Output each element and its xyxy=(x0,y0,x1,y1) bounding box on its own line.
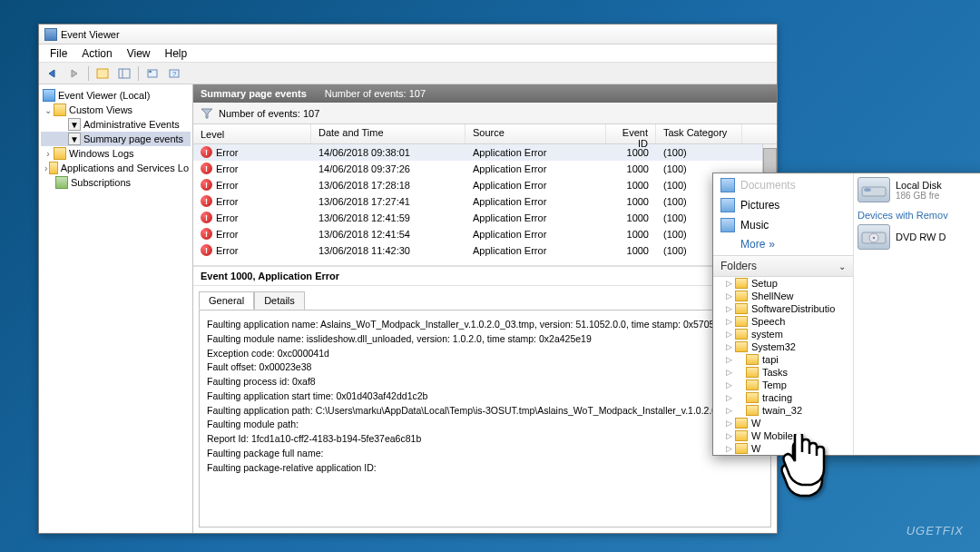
cell-task: (100) xyxy=(656,146,742,159)
tree-summary-events[interactable]: ▼ Summary page events xyxy=(41,132,191,146)
tree-subscriptions[interactable]: Subscriptions xyxy=(41,175,191,190)
nav-more[interactable]: More » xyxy=(713,235,853,253)
explorer-content[interactable]: Local Disk 186 GB fre Devices with Remov… xyxy=(854,173,980,455)
table-row[interactable]: !Error 13/06/2018 12:41:59 Application E… xyxy=(193,210,777,226)
folder-item[interactable]: ▷system xyxy=(713,328,853,340)
show-hide-button[interactable] xyxy=(93,64,113,83)
tree-admin-events[interactable]: ▼ Administrative Events xyxy=(41,117,191,132)
table-body[interactable]: !Error 14/06/2018 09:38:01 Application E… xyxy=(193,144,777,265)
back-button[interactable] xyxy=(43,64,63,83)
folder-item[interactable]: ▷Tasks xyxy=(713,366,853,379)
col-eventid[interactable]: Event ID xyxy=(606,124,656,143)
collapse-icon[interactable]: ⌄ xyxy=(43,105,54,115)
tab-general[interactable]: General xyxy=(199,291,254,310)
folder-item[interactable]: ▷tapi xyxy=(713,353,853,366)
table-row[interactable]: !Error 13/06/2018 12:41:54 Application E… xyxy=(193,226,777,242)
folder-item[interactable]: ▷System32 xyxy=(713,340,853,353)
tree-label: Applications and Services Lo xyxy=(61,163,189,173)
drive-label: DVD RW D xyxy=(896,232,946,242)
detail-line: Faulting package-relative application ID… xyxy=(207,461,763,476)
expand-icon[interactable]: ▷ xyxy=(726,444,735,453)
tree-pane[interactable]: Event Viewer (Local) ⌄ Custom Views ▼ Ad… xyxy=(39,84,193,533)
dvd-drive[interactable]: DVD RW D xyxy=(858,224,980,250)
tab-details[interactable]: Details xyxy=(254,291,305,310)
expand-icon[interactable]: ▷ xyxy=(726,431,735,440)
tree-windows-logs[interactable]: › Windows Logs xyxy=(41,146,191,161)
table-row[interactable]: !Error 13/06/2018 17:28:18 Application E… xyxy=(193,177,777,193)
table-row[interactable]: !Error 13/06/2018 17:27:41 Application E… xyxy=(193,193,777,210)
error-icon: ! xyxy=(201,212,212,223)
title-bar[interactable]: Event Viewer xyxy=(39,25,777,44)
tree-root[interactable]: Event Viewer (Local) xyxy=(41,88,191,103)
filter-row: Number of events: 107 xyxy=(193,103,777,124)
svg-text:?: ? xyxy=(172,70,177,78)
local-disk[interactable]: Local Disk 186 GB fre xyxy=(858,177,980,202)
expand-icon[interactable]: ▷ xyxy=(726,304,735,313)
folder-item[interactable]: ▷Temp xyxy=(713,379,853,391)
col-level[interactable]: Level xyxy=(193,124,311,143)
folders-list[interactable]: ▷Setup▷ShellNew▷SoftwareDistributio▷Spee… xyxy=(713,277,853,455)
expand-icon[interactable]: ▷ xyxy=(726,355,735,364)
details-pane: Event 1000, Application Error General De… xyxy=(193,265,777,533)
col-date[interactable]: Date and Time xyxy=(311,124,466,143)
detail-line: Exception code: 0xc000041d xyxy=(207,347,763,361)
nav-pictures[interactable]: Pictures xyxy=(713,195,853,215)
table-row[interactable]: !Error 13/06/2018 11:42:30 Application E… xyxy=(193,242,777,259)
forward-button[interactable] xyxy=(64,64,84,83)
tree-app-services[interactable]: › Applications and Services Lo xyxy=(41,161,191,175)
col-source[interactable]: Source xyxy=(466,124,606,143)
folder-item[interactable]: ▷tracing xyxy=(713,391,853,404)
expand-icon[interactable]: ▷ xyxy=(726,279,735,288)
right-pane: Summary page events Number of events: 10… xyxy=(193,84,777,533)
filter-icon: ▼ xyxy=(68,133,81,145)
folder-icon xyxy=(735,291,748,301)
expand-icon[interactable]: ▷ xyxy=(726,330,735,339)
folder-icon xyxy=(746,392,759,403)
menu-file[interactable]: File xyxy=(43,45,74,62)
help-button[interactable]: ? xyxy=(164,64,184,83)
panel-button[interactable] xyxy=(114,64,134,83)
cell-source: Application Error xyxy=(466,228,606,241)
menu-help[interactable]: Help xyxy=(158,45,195,62)
nav-music[interactable]: Music xyxy=(713,215,853,235)
expand-icon[interactable]: ▷ xyxy=(726,406,735,415)
tree-custom-views[interactable]: ⌄ Custom Views xyxy=(41,103,191,117)
error-icon: ! xyxy=(201,163,212,174)
expand-icon[interactable]: › xyxy=(43,163,49,173)
folder-item[interactable]: ▷W xyxy=(713,417,853,429)
expand-icon[interactable]: ▷ xyxy=(726,342,735,351)
expand-icon[interactable]: ▷ xyxy=(726,317,735,326)
table-row[interactable]: !Error 14/06/2018 09:38:01 Application E… xyxy=(193,144,777,161)
documents-icon xyxy=(720,178,735,192)
table-row[interactable]: !Error 14/06/2018 09:37:26 Application E… xyxy=(193,161,777,177)
folder-item[interactable]: ▷ShellNew xyxy=(713,290,853,302)
folder-item[interactable]: ▷SoftwareDistributio xyxy=(713,302,853,315)
window-title: Event Viewer xyxy=(61,29,120,40)
expand-icon[interactable]: › xyxy=(43,149,54,159)
dvd-icon xyxy=(858,224,890,250)
menu-view[interactable]: View xyxy=(120,45,158,62)
expand-icon[interactable]: ▷ xyxy=(726,419,735,428)
expand-icon[interactable]: ▷ xyxy=(726,393,735,402)
detail-line: Faulting application name: Aslains_WoT_M… xyxy=(207,318,763,332)
folder-label: W xyxy=(751,443,760,454)
svg-point-8 xyxy=(864,188,871,192)
col-task[interactable]: Task Category xyxy=(656,124,742,143)
folder-item[interactable]: ▷twain_32 xyxy=(713,404,853,417)
expand-icon[interactable]: ▷ xyxy=(726,291,735,301)
folders-header[interactable]: Folders ⌄ xyxy=(713,255,853,277)
folder-item[interactable]: ▷Speech xyxy=(713,315,853,328)
folder-label: twain_32 xyxy=(762,405,802,416)
expand-icon[interactable]: ▷ xyxy=(726,380,735,389)
menu-action[interactable]: Action xyxy=(74,45,119,62)
nav-documents[interactable]: Documents xyxy=(713,175,853,195)
folder-item[interactable]: ▷Setup xyxy=(713,277,853,290)
tree-label: Administrative Events xyxy=(83,119,180,130)
properties-button[interactable] xyxy=(142,64,162,83)
expand-icon[interactable]: ▷ xyxy=(726,368,735,377)
details-content[interactable]: Faulting application name: Aslains_WoT_M… xyxy=(199,310,771,527)
tree-label: Event Viewer (Local) xyxy=(58,90,150,101)
folder-label: Temp xyxy=(762,380,787,390)
pictures-icon xyxy=(720,198,735,212)
event-table[interactable]: Level Date and Time Source Event ID Task… xyxy=(193,124,777,265)
